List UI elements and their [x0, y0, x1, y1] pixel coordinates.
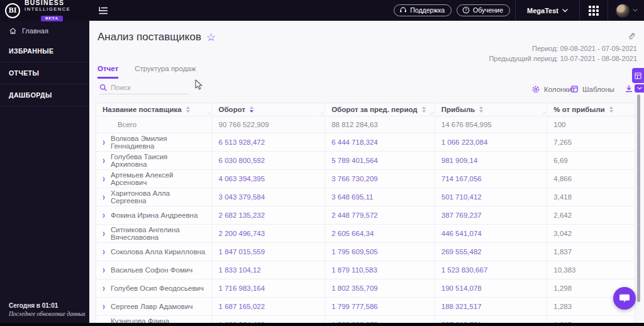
profit-value[interactable]: 1 523 830,667 — [441, 266, 488, 274]
total-prev-turnover: 88 812 284,63 — [325, 116, 435, 133]
column-header-turnover[interactable]: Оборот — [213, 103, 326, 116]
column-resize-handle[interactable] — [318, 110, 323, 115]
turnover-value[interactable]: 6 513 928,472 — [219, 138, 265, 146]
sidebar-toggle-button[interactable] — [97, 4, 109, 17]
chat-widget-button[interactable] — [613, 287, 636, 310]
turnover-value[interactable]: 2 200 496,743 — [219, 230, 265, 237]
suppliers-table: Название поставщика Оборот Оборот за пре… — [96, 103, 635, 326]
supplier-name: Соколова Алла Кирилловна — [111, 248, 205, 256]
expand-chevron-icon[interactable]: › — [103, 283, 105, 293]
turnover-value[interactable]: 1 687 165,022 — [219, 303, 265, 310]
search-box[interactable] — [99, 84, 189, 94]
tab-report[interactable]: Отчет — [97, 65, 118, 79]
vertical-scrollbar[interactable] — [637, 94, 640, 302]
column-resize-handle[interactable] — [428, 110, 433, 115]
turnover-value[interactable]: 1 847 015,559 — [219, 248, 265, 256]
sort-icon[interactable] — [422, 106, 426, 113]
user-menu[interactable] — [608, 4, 644, 18]
prev-turnover-value[interactable]: 1 799 777,586 — [331, 303, 378, 310]
sort-icon[interactable] — [609, 106, 613, 113]
turnover-value[interactable]: 4 063 394,395 — [219, 175, 265, 183]
prev-turnover-value[interactable]: 2 448 779,572 — [331, 211, 378, 219]
support-button[interactable]: Поддержка — [394, 4, 452, 16]
workspace-selector[interactable]: MegaTest — [516, 7, 579, 14]
tab-sales-structure[interactable]: Структура продаж — [135, 65, 196, 79]
profit-value[interactable]: 190 514,078 — [441, 284, 482, 292]
table-row[interactable]: › Сергеев Лавр Адамович 1 687 165,022 1 … — [96, 298, 635, 316]
table-row[interactable]: › Фокина Ирина Андреевна 2 682 135,232 2… — [96, 206, 635, 225]
table-row[interactable]: › Ситникова Ангелина Вячеславовна 2 200 … — [96, 225, 635, 243]
apps-grid-button[interactable] — [580, 6, 608, 16]
table-row[interactable]: › Харитонова Алла Сергеевна 3 043 379,58… — [96, 188, 635, 206]
profit-value[interactable]: 269 555,482 — [441, 248, 482, 256]
prev-turnover-value[interactable]: 6 444 718,324 — [331, 138, 378, 146]
sort-icon-active[interactable] — [250, 106, 253, 113]
profit-pct-value: 1,298 — [553, 284, 572, 292]
bottom-edge — [0, 323, 644, 326]
table-row[interactable]: › Голубева Таисия Архиповна 6 030 800,59… — [96, 152, 635, 170]
turnover-value[interactable]: 3 043 379,584 — [219, 193, 265, 201]
chevron-down-icon — [633, 9, 638, 12]
table-row[interactable]: › Голубев Осип Феодосьевич 1 716 983,164… — [96, 279, 635, 298]
profit-value[interactable]: 501 710,412 — [441, 193, 482, 201]
total-profit: 14 676 854,995 — [435, 116, 548, 133]
templates-button[interactable]: Шаблоны — [570, 85, 614, 93]
prev-turnover-value[interactable]: 3 766 730,209 — [331, 175, 378, 183]
columns-button[interactable]: Колонки — [531, 85, 572, 94]
expand-chevron-icon[interactable]: › — [103, 228, 105, 239]
sort-icon[interactable] — [186, 106, 190, 113]
headset-icon — [399, 6, 407, 14]
profit-value[interactable]: 446 541,074 — [441, 230, 482, 237]
table-row[interactable]: › Васильев Софон Фомич 1 833 104,12 1 87… — [96, 261, 635, 279]
profit-value[interactable]: 188 321,517 — [441, 303, 482, 310]
share-link-icon[interactable] — [627, 32, 635, 40]
prev-turnover-value[interactable]: 1 795 609,505 — [331, 248, 378, 256]
app-logo[interactable]: BI BUSINESS INTELLIGENCE BETA — [0, 0, 89, 21]
profit-pct-value: 2,642 — [553, 211, 572, 219]
prev-turnover-value[interactable]: 2 605 664,34 — [331, 230, 374, 237]
expand-chevron-icon[interactable]: › — [103, 155, 105, 166]
turnover-value[interactable]: 1 833 104,12 — [219, 266, 261, 274]
prev-turnover-value[interactable]: 3 648 695,11 — [331, 193, 373, 201]
column-resize-handle[interactable] — [206, 110, 211, 115]
table-row[interactable]: › Волкова Эмилия Геннадиевна 6 513 928,4… — [96, 133, 635, 152]
home-icon — [9, 27, 17, 35]
collapse-panel-button[interactable] — [635, 84, 644, 93]
prev-turnover-value[interactable]: 5 789 401,564 — [331, 157, 378, 164]
pivot-panel-button[interactable] — [632, 68, 644, 83]
profit-value[interactable]: 981 909,14 — [441, 157, 478, 164]
column-header-profit-pct[interactable]: % от прибыли — [547, 103, 635, 116]
column-resize-handle[interactable] — [540, 110, 545, 115]
expand-chevron-icon[interactable]: › — [103, 301, 105, 312]
sort-icon[interactable] — [479, 106, 483, 113]
sidebar-item-home[interactable]: Главная — [0, 21, 89, 40]
table-row[interactable]: › Артемьев Алексей Арсенович 4 063 394,3… — [96, 170, 635, 188]
expand-chevron-icon[interactable]: › — [103, 210, 105, 220]
search-input[interactable] — [111, 84, 180, 91]
profit-value[interactable]: 1 066 223,084 — [441, 138, 488, 146]
column-header-profit[interactable]: Прибыль — [435, 103, 548, 116]
total-profit-pct: 100 — [547, 116, 635, 133]
prev-turnover-value[interactable]: 1 802 355,709 — [331, 284, 378, 292]
turnover-value[interactable]: 6 030 800,592 — [219, 157, 265, 164]
column-header-prev-turnover[interactable]: Оборот за пред. период — [325, 103, 435, 116]
expand-chevron-icon[interactable]: › — [103, 174, 105, 184]
table-row[interactable]: › Соколова Алла Кирилловна 1 847 015,559… — [96, 243, 635, 261]
training-button[interactable]: ? Обучение — [457, 4, 510, 16]
expand-chevron-icon[interactable]: › — [103, 137, 105, 147]
column-header-supplier[interactable]: Название поставщика — [96, 103, 213, 116]
user-avatar — [616, 4, 630, 18]
expand-chevron-icon[interactable]: › — [103, 247, 105, 257]
favorite-star-icon[interactable]: ☆ — [206, 32, 216, 43]
profit-value[interactable]: 714 167,056 — [441, 175, 482, 183]
gear-icon — [531, 85, 540, 94]
sidebar-item-reports[interactable]: ОТЧЕТЫ — [0, 62, 89, 84]
prev-turnover-value[interactable]: 1 879 110,583 — [331, 266, 377, 274]
profit-value[interactable]: 387 769,237 — [441, 211, 482, 219]
turnover-value[interactable]: 1 716 983,164 — [219, 284, 265, 292]
expand-chevron-icon[interactable]: › — [103, 265, 105, 275]
sidebar-item-favorites[interactable]: ИЗБРАННЫЕ — [0, 40, 89, 62]
sidebar-item-dashboards[interactable]: ДАШБОРДЫ — [0, 84, 89, 106]
expand-chevron-icon[interactable]: › — [103, 192, 105, 202]
turnover-value[interactable]: 2 682 135,232 — [219, 211, 265, 219]
